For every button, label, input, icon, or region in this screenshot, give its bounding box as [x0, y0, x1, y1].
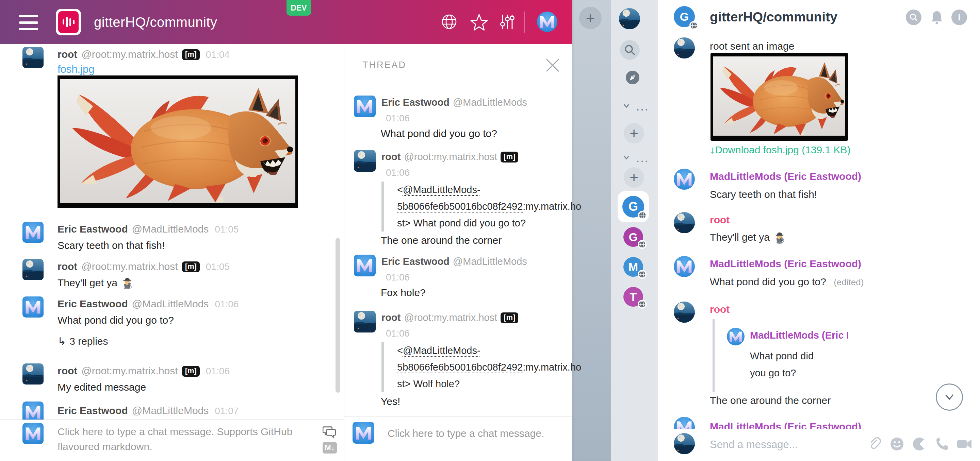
emoji-button[interactable]	[889, 437, 904, 451]
favourite-star-icon[interactable]	[470, 13, 487, 29]
screen: gitterHQ/community DEV root	[0, 0, 980, 461]
chat-mode-icon[interactable]	[323, 425, 337, 438]
menu-button[interactable]	[0, 14, 58, 34]
chat-input[interactable]: Click here to type a chat message. Suppo…	[57, 424, 313, 454]
avatar[interactable]	[674, 212, 695, 233]
attachment-image[interactable]	[57, 76, 298, 208]
replies-count: 3 replies	[69, 336, 108, 347]
quoted-text[interactable]: What pond did you go to?	[750, 347, 827, 382]
avatar[interactable]	[22, 363, 43, 385]
chat-scrollbar[interactable]	[336, 238, 340, 393]
attach-button[interactable]	[867, 437, 882, 451]
message-author[interactable]: root	[710, 214, 730, 226]
avatar[interactable]	[22, 259, 43, 280]
message-author[interactable]: MadLittleMods (Eric Eastwood)	[710, 171, 861, 182]
section-header[interactable]: …	[622, 101, 653, 111]
close-icon[interactable]	[544, 56, 562, 74]
voice-call-button[interactable]	[934, 437, 950, 451]
matrix-badge: [m]	[182, 366, 200, 377]
video-camera-icon	[956, 437, 972, 451]
message-text: Scary teeth on that fish!	[710, 188, 817, 201]
mention-link[interactable]: @MadLittleMods-5b8066fe6b50016bc08f2492	[397, 184, 523, 212]
quoted-avatar[interactable]	[727, 328, 745, 345]
message-author[interactable]: root	[57, 260, 77, 272]
avatar[interactable]	[22, 47, 43, 68]
thread-replies-link[interactable]: ↳ 3 replies	[57, 335, 108, 347]
sticker-icon	[912, 437, 927, 451]
message-header: root @root:my.matrix.host [m]	[382, 151, 518, 163]
avatar[interactable]	[674, 301, 695, 323]
message-input[interactable]: Send a message...	[710, 439, 798, 451]
paperclip-icon	[867, 437, 882, 451]
message-author[interactable]: root	[382, 151, 401, 163]
video-call-button[interactable]	[956, 437, 972, 451]
matrix-badge: [m]	[501, 152, 518, 163]
add-room-button[interactable]: +	[624, 167, 644, 188]
gitter-composer: Click here to type a chat message. Suppo…	[0, 420, 344, 461]
sticker-button[interactable]	[912, 437, 927, 451]
search-button[interactable]	[620, 40, 640, 60]
explore-button[interactable]	[626, 71, 640, 84]
avatar[interactable]	[22, 222, 43, 243]
notifications-button[interactable]	[929, 10, 945, 25]
message-author[interactable]: Eric Eastwood	[382, 97, 450, 108]
section-header[interactable]: …	[622, 152, 653, 163]
user-avatar[interactable]	[537, 11, 557, 32]
add-room-button[interactable]: +	[624, 123, 644, 143]
message-text: What pond did you go to?	[710, 276, 826, 287]
chevron-down-icon	[622, 101, 630, 110]
download-link[interactable]: ↓ Download fosh.jpg (139.1 KB)	[710, 144, 851, 156]
message-handle: @root:my.matrix.host	[81, 48, 178, 60]
detective-emoji-icon	[774, 231, 785, 244]
attachment-link[interactable]: fosh.jpg	[57, 63, 95, 76]
search-button[interactable]	[906, 10, 921, 25]
avatar[interactable]	[354, 95, 375, 117]
matrix-badge: [m]	[501, 312, 518, 323]
mention-link[interactable]: @MadLittleMods-5b8066fe6b50016bc08f2492	[397, 345, 523, 372]
message-author[interactable]: root	[57, 48, 77, 60]
avatar[interactable]	[674, 256, 695, 277]
avatar[interactable]	[22, 296, 43, 318]
message-author[interactable]: Eric Eastwood	[382, 256, 450, 267]
quote-bar	[713, 319, 714, 392]
message-author[interactable]: Eric Eastwood	[57, 223, 128, 235]
markdown-icon[interactable]: M↓	[323, 442, 337, 453]
globe-icon[interactable]	[441, 14, 457, 30]
message-text: What pond did you go to?	[57, 314, 174, 327]
message-time: 01:05	[206, 261, 230, 273]
message-author[interactable]: root	[382, 312, 401, 323]
message-text: Yes!	[381, 396, 400, 407]
settings-sliders-icon[interactable]	[500, 14, 516, 30]
avatar[interactable]	[354, 255, 375, 276]
message-handle: @MadLittleMods	[453, 256, 527, 267]
room-letter: G	[680, 10, 689, 24]
bridge-globe-badge	[638, 211, 647, 220]
room-info-button[interactable]: i	[951, 10, 967, 25]
avatar[interactable]	[674, 37, 695, 59]
thread-input[interactable]: Click here to type a chat message.	[388, 426, 565, 441]
room-letter: M	[628, 260, 638, 274]
message-author[interactable]: MadLittleMods (Eric Eastwood)	[710, 258, 861, 269]
message-text-row: They'll get ya	[57, 276, 133, 290]
message-author[interactable]: root	[57, 365, 77, 377]
message-author[interactable]: root	[710, 304, 730, 315]
attachment-image[interactable]	[711, 53, 848, 141]
add-space-button[interactable]: +	[579, 7, 601, 29]
user-avatar[interactable]	[619, 8, 640, 29]
avatar[interactable]	[354, 311, 375, 333]
message-author[interactable]: Eric Eastwood	[57, 405, 128, 417]
message-author[interactable]: Eric Eastwood	[57, 298, 128, 310]
message-text: root sent an image	[710, 40, 794, 53]
edited-marker[interactable]: (edited)	[834, 277, 864, 287]
avatar[interactable]	[674, 169, 695, 190]
jump-to-bottom-button[interactable]	[936, 383, 963, 411]
thread-panel: THREAD Eric Eastwood @MadLittleMods 01:0…	[344, 44, 572, 461]
compass-icon	[626, 71, 640, 84]
element-room-panel: G gitterHQ/community i root sent an imag…	[658, 0, 980, 461]
quoted-message: <@MadLittleMods-5b8066fe6b50016bc08f2492…	[382, 342, 582, 392]
quoted-author[interactable]: MadLittleMods (Eric Eastwood)	[750, 330, 848, 341]
message-time: 01:06	[206, 365, 230, 377]
reply-arrow-icon: ↳	[57, 335, 66, 347]
avatar[interactable]	[354, 150, 375, 172]
gitter-logo[interactable]	[56, 9, 81, 35]
